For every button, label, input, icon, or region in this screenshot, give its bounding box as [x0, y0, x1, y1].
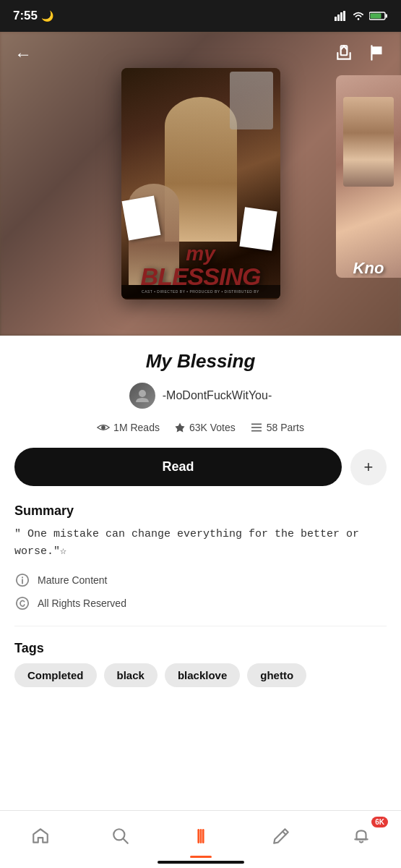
- book-title: My Blessing: [14, 350, 387, 373]
- rights-label: All Rights Reserved: [38, 597, 126, 609]
- svg-line-24: [283, 831, 285, 834]
- nav-search[interactable]: [80, 811, 160, 861]
- list-icon: [250, 422, 263, 433]
- tags-list: Completed black blacklove ghetto: [14, 663, 387, 693]
- cover-blessing-text: BLESSING: [121, 264, 280, 289]
- svg-point-18: [17, 597, 28, 609]
- tag-blacklove[interactable]: blacklove: [165, 663, 240, 687]
- bell-icon: [352, 827, 371, 846]
- side-cover-image: Kno: [336, 75, 401, 278]
- main-cover: my BLESSING CAST • DIRECTED BY • PRODUCE…: [121, 68, 280, 299]
- svg-rect-7: [371, 14, 381, 19]
- actions-row: Read +: [14, 448, 387, 486]
- rights-row: All Rights Reserved: [14, 595, 387, 611]
- moon-icon: 🌙: [41, 10, 53, 22]
- mature-content-row: Mature Content: [14, 572, 387, 588]
- tags-section: Tags Completed black blacklove ghetto: [14, 641, 387, 693]
- reads-value: 1M Reads: [113, 422, 160, 433]
- reads-stat: 1M Reads: [97, 422, 160, 433]
- divider: [14, 626, 387, 626]
- author-name[interactable]: -MoDontFuckWitYou-: [163, 389, 272, 402]
- main-content: My Blessing -MoDontFuckWitYou- 1M Reads …: [0, 336, 401, 773]
- wifi-icon: [352, 11, 365, 21]
- hero-nav: ←: [0, 32, 401, 76]
- read-button[interactable]: Read: [14, 448, 342, 486]
- share-icon: [335, 43, 353, 62]
- svg-point-17: [22, 576, 23, 578]
- nav-library[interactable]: [160, 811, 241, 861]
- stats-row: 1M Reads 63K Votes 58 Parts: [14, 422, 387, 433]
- author-row: -MoDontFuckWitYou-: [14, 383, 387, 409]
- status-time: 7:55: [13, 9, 38, 23]
- parts-stat: 58 Parts: [250, 422, 304, 433]
- svg-rect-6: [386, 14, 388, 18]
- bottom-nav: 6K: [0, 810, 401, 868]
- nav-active-indicator: [190, 856, 212, 858]
- copyright-icon: [14, 595, 30, 611]
- author-avatar[interactable]: [129, 383, 155, 409]
- home-indicator: [158, 861, 244, 864]
- svg-rect-2: [340, 12, 342, 21]
- summary-section: Summary " One mistake can change everyth…: [14, 503, 387, 561]
- svg-point-9: [139, 390, 146, 397]
- summary-title: Summary: [14, 503, 387, 519]
- tag-completed[interactable]: Completed: [14, 663, 97, 687]
- tag-ghetto[interactable]: ghetto: [247, 663, 306, 687]
- mature-content-label: Mature Content: [38, 574, 108, 586]
- search-icon: [111, 827, 130, 846]
- svg-rect-3: [343, 11, 345, 21]
- battery-icon: [369, 11, 388, 21]
- cover-title: my BLESSING: [121, 244, 280, 289]
- pen-icon: [272, 827, 290, 846]
- summary-text: " One mistake can change everything for …: [14, 526, 387, 561]
- flag-button[interactable]: [368, 43, 387, 64]
- nav-home[interactable]: [0, 811, 80, 861]
- nav-write[interactable]: [241, 811, 321, 861]
- parts-value: 58 Parts: [267, 422, 304, 433]
- status-bar: 7:55 🌙: [0, 0, 401, 32]
- svg-rect-1: [337, 14, 340, 21]
- flag-icon: [368, 43, 387, 62]
- svg-marker-11: [175, 422, 184, 432]
- svg-point-4: [358, 18, 360, 20]
- hero-section: ← Kno: [0, 32, 401, 336]
- add-button[interactable]: +: [350, 449, 387, 485]
- side-image-text: Kno: [353, 259, 384, 278]
- svg-point-10: [101, 425, 105, 430]
- cover-my-text: my: [121, 244, 280, 264]
- notification-badge: 6K: [371, 817, 388, 827]
- tag-black[interactable]: black: [104, 663, 158, 687]
- nav-right-buttons: [335, 43, 387, 64]
- library-icon: [191, 827, 210, 846]
- tags-title: Tags: [14, 641, 387, 656]
- status-icons: [335, 11, 388, 21]
- votes-value: 63K Votes: [189, 422, 236, 433]
- eye-icon: [97, 422, 110, 433]
- star-icon: [174, 422, 186, 433]
- home-icon: [31, 827, 50, 846]
- svg-rect-8: [341, 46, 348, 55]
- svg-line-20: [123, 838, 127, 843]
- info-icon: [14, 572, 30, 588]
- back-button[interactable]: ←: [14, 44, 32, 64]
- svg-rect-0: [335, 17, 337, 21]
- signal-icon: [335, 11, 348, 21]
- votes-stat: 63K Votes: [174, 422, 236, 433]
- nav-notifications[interactable]: 6K: [321, 811, 401, 861]
- share-button[interactable]: [335, 43, 353, 64]
